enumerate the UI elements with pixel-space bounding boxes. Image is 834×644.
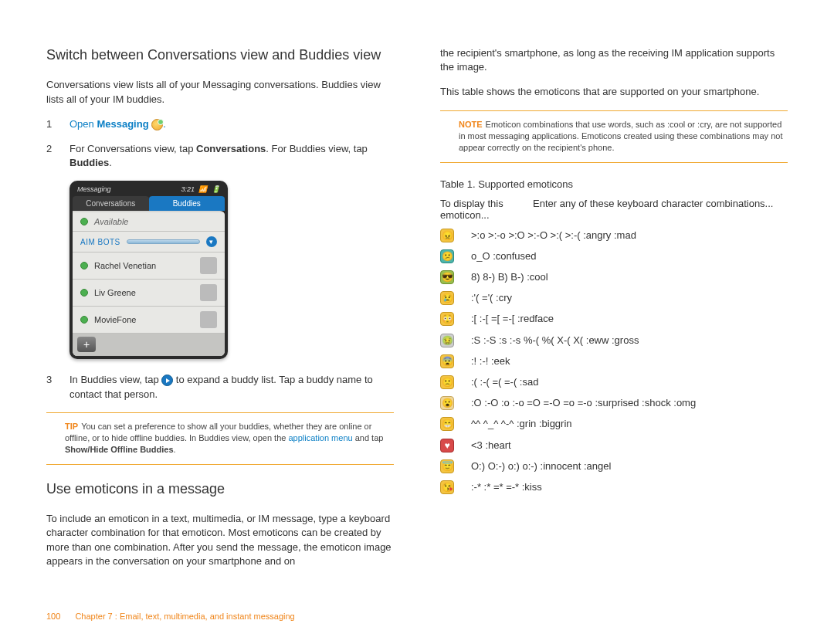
buddy-name: Rachel Venetian — [94, 261, 156, 270]
buddy-row[interactable]: MovieFone — [73, 307, 225, 334]
period: . — [163, 118, 166, 130]
table-intro-text: This table shows the emoticons that are … — [440, 85, 788, 99]
section-label: AIM BOTS — [80, 238, 120, 246]
step-3: 3 In Buddies view, tap to expand a buddy… — [46, 373, 394, 401]
table-row: 😎8) 8-) B) B-) :cool — [440, 270, 788, 284]
tab-bar: Conversations Buddies — [73, 196, 225, 211]
tip-box: TIPYou can set a preference to show all … — [46, 412, 394, 465]
combo-text: :( :-( =( =-( :sad — [409, 375, 788, 389]
combo-text: :S :-S :s :-s %-( %( X-( X( :eww :gross — [409, 334, 788, 347]
collapse-icon[interactable]: ▾ — [206, 236, 217, 247]
buddy-name: Liv Greene — [94, 288, 136, 297]
status-dot-icon — [80, 262, 88, 269]
table-row: 😨:! :-! :eek — [440, 354, 788, 368]
tip-label: TIP — [65, 422, 78, 431]
combo-text: :[ :-[ =[ =-[ :redface — [409, 312, 788, 326]
text: In Buddies view, tap — [70, 374, 161, 385]
table-row: 😢:'( ='( :cry — [440, 291, 788, 305]
table-row: 🤢:S :-S :s :-s %-( %( X-( X( :eww :gross — [440, 334, 788, 347]
phone-screenshot: Messaging 3:21 📶 🔋 Conversations Buddies… — [70, 181, 228, 359]
battery-icon: 🔋 — [212, 185, 220, 193]
heading-switch-views: Switch between Conversations view and Bu… — [46, 46, 394, 64]
avatar — [200, 257, 217, 274]
combo-text: O:) O:-) o:) o:-) :innocent :angel — [409, 459, 788, 473]
availability-label: Available — [94, 217, 128, 226]
expand-icon — [161, 375, 173, 386]
section-header[interactable]: AIM BOTS ▾ — [73, 232, 225, 253]
note-text: Emoticon combinations that use words, su… — [459, 120, 782, 153]
link-messaging[interactable]: Messaging — [97, 118, 148, 130]
table-row: 😘:-* :* =* =-* :kiss — [440, 480, 788, 494]
col-header-combos: Enter any of these keyboard character co… — [533, 198, 788, 221]
note-box: NOTEEmoticon combinations that use words… — [440, 110, 788, 163]
bold-conversations: Conversations — [196, 143, 266, 154]
buddy-row[interactable]: Rachel Venetian — [73, 253, 225, 280]
table-row: 😮:O :-O :o :-o =O =-O =o =-o :surprised … — [440, 396, 788, 410]
combo-text: :O :-O :o :-o =O =-O =o =-o :surprised :… — [409, 396, 788, 410]
col-header-emoticon: To display this emoticon... — [440, 198, 517, 221]
table-row: 😇O:) O:-) o:) o:-) :innocent :angel — [440, 459, 788, 473]
add-button[interactable]: + — [77, 337, 96, 352]
status-dot-icon — [80, 316, 88, 324]
page-content: Switch between Conversations view and Bu… — [0, 0, 834, 579]
combo-text: :-* :* =* =-* :kiss — [409, 480, 788, 494]
status-right: 3:21 📶 🔋 — [178, 185, 220, 193]
step-1: 1 Open Messaging . — [46, 117, 394, 131]
page-number: 100 — [46, 612, 60, 621]
table-row: ♥<3 :heart — [440, 439, 788, 452]
continuation-text: the recipient's smartphone, as long as t… — [440, 46, 788, 74]
buddy-row[interactable]: Liv Greene — [73, 280, 225, 307]
signal-icon: 📶 — [198, 185, 207, 193]
combo-text: :'( ='( :cry — [409, 291, 788, 305]
combo-text: :! :-! :eek — [409, 354, 788, 368]
note-label: NOTE — [459, 120, 483, 129]
emoticon-intro-text: To include an emoticon in a text, multim… — [46, 512, 394, 568]
tab-buddies[interactable]: Buddies — [149, 196, 225, 211]
avatar — [200, 311, 217, 328]
table-row: 🙁:( :-( =( =-( :sad — [440, 375, 788, 389]
page-footer: 100 Chapter 7 : Email, text, multimedia,… — [46, 612, 295, 621]
step-number: 1 — [46, 117, 56, 131]
text: . For Buddies view, tap — [266, 143, 368, 154]
right-column: the recipient's smartphone, as long as t… — [440, 46, 788, 579]
avatar — [200, 284, 217, 301]
bold-buddies: Buddies — [70, 157, 109, 168]
buddy-panel: Available AIM BOTS ▾ Rachel Venetian Liv… — [73, 211, 225, 356]
status-dot-icon — [80, 218, 88, 225]
link-app-menu[interactable]: application menu — [288, 433, 352, 442]
left-column: Switch between Conversations view and Bu… — [46, 46, 394, 579]
combo-text: >:o >:-o >:O >:-O >:( >:-( :angry :mad — [409, 229, 788, 242]
table-caption: Table 1. Supported emoticons — [440, 178, 788, 190]
text: . — [109, 157, 112, 168]
combo-text: ^^ ^_^ ^-^ :grin :biggrin — [409, 417, 788, 431]
step-2: 2 For Conversations view, tap Conversati… — [46, 142, 394, 170]
table-row: 😠>:o >:-o >:O >:-O >:( >:-( :angry :mad — [440, 229, 788, 242]
chapter-label: Chapter 7 : Email, text, multimedia, and… — [75, 612, 294, 621]
buddy-name: MovieFone — [94, 315, 136, 324]
tip-bold: Show/Hide Offline Buddies — [65, 445, 174, 454]
messaging-icon — [151, 119, 163, 130]
combo-text: 8) 8-) B) B-) :cool — [409, 270, 788, 284]
add-row: + — [73, 334, 225, 356]
app-title: Messaging — [77, 185, 111, 193]
table-row: 😕o_O :confused — [440, 249, 788, 263]
availability-row[interactable]: Available — [73, 212, 225, 232]
table-header: To display this emoticon... Enter any of… — [440, 198, 788, 221]
text: For Conversations view, tap — [70, 143, 196, 154]
step-number: 3 — [46, 373, 56, 401]
emoticon-table: 😠>:o >:-o >:O >:-O >:( >:-( :angry :mad😕… — [440, 229, 788, 494]
heading-use-emoticons: Use emoticons in a message — [46, 480, 394, 498]
section-bar — [127, 239, 200, 244]
steps-list: 1 Open Messaging . 2 For Conversations v… — [46, 117, 394, 171]
step-body: In Buddies view, tap to expand a buddy l… — [70, 373, 394, 401]
status-time: 3:21 — [181, 185, 195, 193]
step-number: 2 — [46, 142, 56, 170]
table-row: 😳:[ :-[ =[ =-[ :redface — [440, 312, 788, 326]
status-bar: Messaging 3:21 📶 🔋 — [73, 184, 225, 195]
combo-text: o_O :confused — [409, 249, 788, 263]
link-open[interactable]: Open — [70, 118, 97, 130]
switch-intro-text: Conversations view lists all of your Mes… — [46, 78, 394, 106]
tab-conversations[interactable]: Conversations — [73, 196, 149, 211]
table-row: 😁^^ ^_^ ^-^ :grin :biggrin — [440, 417, 788, 431]
combo-text: <3 :heart — [409, 439, 788, 452]
